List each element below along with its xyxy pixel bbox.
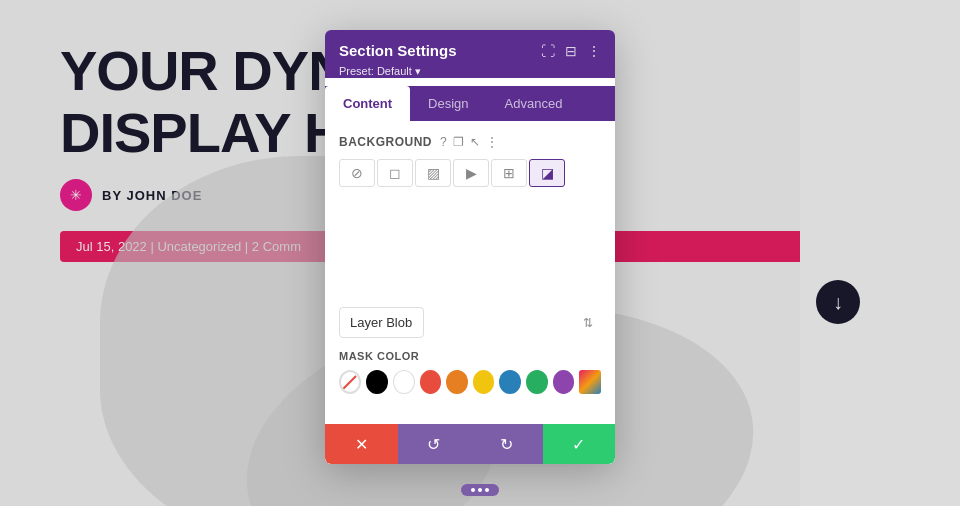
tab-advanced[interactable]: Advanced — [487, 86, 581, 121]
swatch-green[interactable] — [526, 370, 548, 394]
bg-type-video[interactable]: ⊞ — [491, 159, 527, 187]
swatch-gradient[interactable] — [579, 370, 601, 394]
swatch-red[interactable] — [420, 370, 442, 394]
tab-design[interactable]: Design — [410, 86, 486, 121]
bg-type-row: ⊘ ◻ ▨ ▶ ⊞ ◪ — [339, 159, 601, 187]
cancel-button[interactable]: ✕ — [325, 424, 398, 464]
confirm-button[interactable]: ✓ — [543, 424, 616, 464]
bg-label-row: Background ? ❐ ↖ ⋮ — [339, 135, 601, 149]
bg-type-gradient[interactable]: ▨ — [415, 159, 451, 187]
cursor-icon[interactable]: ↖ — [470, 135, 480, 149]
panel-preset: Preset: Default ▾ — [339, 65, 601, 78]
panel-tabs: Content Design Advanced — [325, 86, 615, 121]
tab-content[interactable]: Content — [325, 86, 410, 121]
color-swatches — [339, 370, 601, 394]
split-icon[interactable]: ⊟ — [565, 43, 577, 59]
mask-color-label: Mask Color — [339, 350, 601, 362]
settings-panel: Section Settings ⛶ ⊟ ⋮ Preset: Default ▾… — [325, 30, 615, 464]
more-icon[interactable]: ⋮ — [587, 43, 601, 59]
panel-body: Background ? ❐ ↖ ⋮ ⊘ ◻ ▨ ▶ ⊞ ◪ Layer Blo… — [325, 121, 615, 422]
dot-2 — [478, 488, 482, 492]
undo-button[interactable]: ↺ — [398, 424, 471, 464]
panel-header: Section Settings ⛶ ⊟ ⋮ Preset: Default ▾ — [325, 30, 615, 78]
panel-header-icons: ⛶ ⊟ ⋮ — [541, 43, 601, 59]
swatch-black[interactable] — [366, 370, 388, 394]
swatch-orange[interactable] — [446, 370, 468, 394]
options-icon[interactable]: ⋮ — [486, 135, 498, 149]
copy-icon[interactable]: ❐ — [453, 135, 464, 149]
swatch-white[interactable] — [393, 370, 415, 394]
preset-label: Preset: — [339, 65, 374, 77]
layer-blob-select[interactable]: Layer Blob — [339, 307, 424, 338]
bg-type-image[interactable]: ▶ — [453, 159, 489, 187]
panel-header-top: Section Settings ⛶ ⊟ ⋮ — [339, 42, 601, 59]
help-icon[interactable]: ? — [440, 135, 447, 149]
bg-label-icons: ? ❐ ↖ ⋮ — [440, 135, 498, 149]
preset-value: Default ▾ — [377, 65, 421, 77]
layer-blob-row: Layer Blob ⇅ — [339, 307, 601, 338]
redo-button[interactable]: ↻ — [470, 424, 543, 464]
fullscreen-icon[interactable]: ⛶ — [541, 43, 555, 59]
background-label: Background — [339, 135, 432, 149]
panel-actions: ✕ ↺ ↻ ✓ — [325, 424, 615, 464]
dot-1 — [471, 488, 475, 492]
swatch-none[interactable] — [339, 370, 361, 394]
bg-type-none[interactable]: ⊘ — [339, 159, 375, 187]
swatch-yellow[interactable] — [473, 370, 495, 394]
bottom-dots-menu[interactable] — [461, 484, 499, 496]
select-arrow-icon: ⇅ — [583, 316, 593, 330]
swatch-blue[interactable] — [499, 370, 521, 394]
panel-title: Section Settings — [339, 42, 457, 59]
bg-type-color[interactable]: ◻ — [377, 159, 413, 187]
bg-type-mask[interactable]: ◪ — [529, 159, 565, 187]
layer-blob-select-wrapper: Layer Blob ⇅ — [339, 307, 601, 338]
dot-3 — [485, 488, 489, 492]
swatch-purple[interactable] — [553, 370, 575, 394]
panel-content-area — [339, 197, 601, 297]
